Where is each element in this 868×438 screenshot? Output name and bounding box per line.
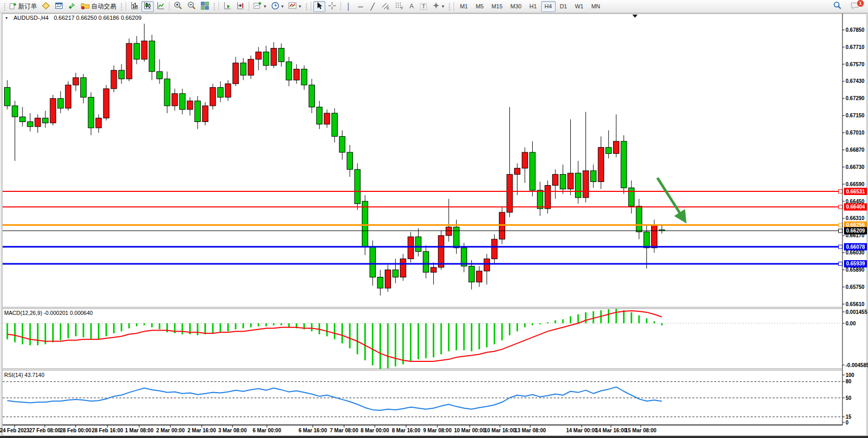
svg-text:0.66170: 0.66170	[846, 233, 865, 238]
toolbar-separator	[249, 2, 249, 11]
shapes-dropdown-button[interactable]: ▾	[430, 1, 447, 12]
new-chart-dropdown-button[interactable]: ▾	[251, 1, 268, 12]
chart-title-expand-icon[interactable]: ▼	[5, 16, 8, 20]
fibonacci-tool-button[interactable]: F	[393, 1, 406, 12]
auto-scroll-icon	[223, 2, 231, 11]
svg-text:0.66078: 0.66078	[846, 244, 865, 250]
bar-chart-icon	[130, 2, 139, 11]
svg-text:2 Mar 00:00: 2 Mar 00:00	[156, 428, 185, 433]
toolbar-drag-handle[interactable]	[213, 2, 215, 10]
chevron-down-icon: ▾	[442, 4, 445, 9]
notification-count-badge: 1	[857, 0, 864, 7]
notifications-button[interactable]: 1	[848, 1, 862, 12]
cursor-tool-button[interactable]	[313, 1, 325, 12]
zoom-out-button[interactable]	[185, 1, 198, 12]
signal-button[interactable]	[66, 1, 78, 12]
toolbar-drag-handle[interactable]	[448, 2, 450, 10]
zoom-out-icon	[187, 1, 196, 11]
autotrading-button[interactable]: 自动交易	[79, 1, 118, 12]
chevron-down-icon: ▾	[264, 4, 266, 9]
text-tool-icon: A	[410, 3, 414, 9]
vertical-line-tool-button[interactable]: │	[343, 1, 354, 12]
timeframe-group: M1M5M15M30H1H4D1W1MN	[456, 1, 604, 12]
periods-dropdown-button[interactable]: ▾	[269, 1, 286, 12]
level-line-axis-marker	[839, 245, 842, 249]
svg-text:F: F	[401, 6, 403, 10]
fibonacci-icon: F	[395, 2, 404, 11]
new-chart-icon	[253, 2, 262, 11]
toolbar-drag-handle[interactable]	[120, 2, 123, 10]
timeframe-button-m5[interactable]: M5	[472, 1, 487, 12]
svg-text:0.66531: 0.66531	[846, 189, 865, 194]
tile-windows-button[interactable]	[199, 1, 211, 12]
indicators-dropdown-button[interactable]: ▾	[286, 1, 303, 12]
data-window-button[interactable]	[53, 1, 65, 12]
trendline-tool-button[interactable]: ╱	[367, 1, 378, 12]
trendline-icon: ╱	[371, 3, 375, 10]
svg-text:0.67430: 0.67430	[846, 78, 865, 84]
chart-candles-button[interactable]	[141, 1, 154, 12]
svg-text:0: 0	[846, 420, 849, 425]
price-chart-canvas[interactable]: 0.665310.664040.662560.662090.660780.659…	[0, 0, 868, 438]
line-chart-icon	[156, 2, 165, 11]
signal-icon	[68, 2, 76, 11]
auto-scroll-button[interactable]	[221, 1, 234, 12]
clock-icon	[271, 2, 279, 11]
toolbar-separator	[218, 2, 219, 11]
new-order-icon	[9, 2, 17, 11]
svg-text:3 Mar 08:00: 3 Mar 08:00	[218, 428, 247, 433]
svg-text:10 Mar 16:00: 10 Mar 16:00	[484, 428, 516, 433]
toolbar-separator	[169, 2, 169, 11]
svg-text:0.67850: 0.67850	[846, 27, 865, 33]
svg-text:0.67150: 0.67150	[846, 113, 865, 118]
svg-text:0.67710: 0.67710	[846, 44, 865, 50]
text-tool-button[interactable]: A	[406, 1, 418, 12]
timeframe-button-mn[interactable]: MN	[588, 1, 604, 12]
channel-tool-button[interactable]: E	[379, 1, 392, 12]
level-line-axis-marker	[839, 262, 842, 265]
market-watch-button[interactable]	[40, 1, 52, 12]
new-order-label: 新订单	[18, 2, 37, 11]
toolbar-drag-handle[interactable]	[3, 2, 6, 10]
zoom-in-button[interactable]	[172, 1, 185, 12]
timeframe-button-m30[interactable]: M30	[507, 1, 525, 12]
chart-shift-button[interactable]	[234, 1, 247, 12]
timeframe-button-m1[interactable]: M1	[456, 1, 471, 12]
svg-text:14 Mar 16:00: 14 Mar 16:00	[595, 428, 627, 433]
market-watch-icon	[42, 2, 50, 11]
level-line-axis-marker	[839, 229, 842, 233]
chart-line-button[interactable]	[154, 1, 167, 12]
svg-text:E: E	[387, 6, 389, 10]
text-label-tool-button[interactable]: T	[418, 1, 430, 12]
svg-text:0.67570: 0.67570	[846, 62, 865, 67]
timeframe-button-h1[interactable]: H1	[526, 1, 541, 12]
timeframe-button-m15[interactable]: M15	[488, 1, 506, 12]
chart-bars-button[interactable]	[128, 1, 141, 12]
vertical-line-icon: │	[347, 3, 351, 10]
svg-text:6 Mar 00:00: 6 Mar 00:00	[253, 428, 282, 433]
svg-text:13 Mar 08:00: 13 Mar 08:00	[515, 428, 546, 433]
timeframe-button-w1[interactable]: W1	[571, 1, 588, 12]
autotrading-label: 自动交易	[91, 2, 116, 11]
chart-shift-icon	[236, 2, 244, 11]
horizontal-line-tool-button[interactable]: ─	[355, 1, 366, 12]
crosshair-tool-button[interactable]	[326, 1, 338, 12]
timeframe-button-h4[interactable]: H4	[541, 1, 556, 12]
rsi-indicator-label: RSI(14) 43.7140	[4, 372, 44, 378]
svg-text:28 Feb 00:00: 28 Feb 00:00	[60, 428, 91, 433]
svg-text:28 Feb 16:00: 28 Feb 16:00	[92, 428, 123, 433]
level-line-axis-marker	[839, 205, 842, 209]
level-line-axis-marker	[839, 223, 842, 227]
svg-text:10 Mar 00:00: 10 Mar 00:00	[454, 428, 485, 433]
svg-text:8 Mar 00:00: 8 Mar 00:00	[361, 428, 389, 433]
search-button[interactable]	[831, 1, 844, 12]
timeframe-button-d1[interactable]: D1	[556, 1, 571, 12]
svg-text:0.66256: 0.66256	[846, 222, 865, 228]
toolbar-drag-handle[interactable]	[305, 2, 308, 10]
svg-text:27 Feb 08:00: 27 Feb 08:00	[29, 428, 60, 433]
svg-text:0.66404: 0.66404	[846, 204, 865, 210]
svg-text:0.65610: 0.65610	[846, 301, 865, 307]
svg-text:9 Mar 08:00: 9 Mar 08:00	[423, 428, 452, 433]
toolbar-separator	[126, 2, 126, 11]
new-order-button[interactable]: 新订单	[7, 1, 39, 12]
